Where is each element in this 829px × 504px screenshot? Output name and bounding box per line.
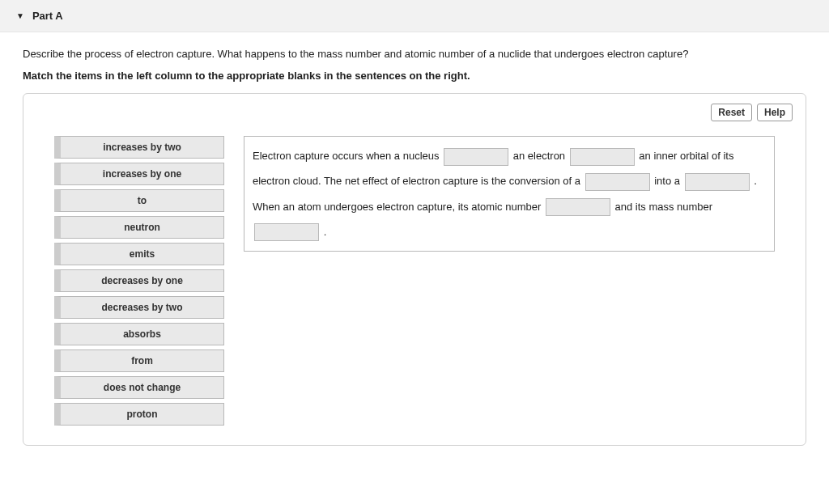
help-button[interactable]: Help xyxy=(757,104,793,121)
sentence-text: an electron xyxy=(513,150,568,162)
part-header[interactable]: ▼ Part A xyxy=(0,0,829,32)
drag-item[interactable]: to xyxy=(54,189,224,212)
drop-slot[interactable] xyxy=(444,148,508,166)
drop-slot[interactable] xyxy=(570,148,635,166)
reset-button[interactable]: Reset xyxy=(711,104,752,121)
collapse-icon: ▼ xyxy=(16,11,24,20)
sentence-text: and its mass number xyxy=(614,201,712,213)
drag-item[interactable]: neutron xyxy=(54,216,224,239)
drag-item[interactable]: from xyxy=(54,349,224,372)
sentence-text: . xyxy=(324,226,327,238)
drop-slot[interactable] xyxy=(254,223,319,241)
drag-item[interactable]: increases by two xyxy=(54,136,224,159)
drag-item[interactable]: does not change xyxy=(54,376,224,399)
instruction-text: Match the items in the left column to th… xyxy=(23,70,806,82)
drag-item[interactable]: decreases by one xyxy=(54,269,224,292)
sentence-text: Electron capture occurs when a nucleus xyxy=(253,150,442,162)
drag-item[interactable]: increases by one xyxy=(54,163,224,185)
toolbar: Reset Help xyxy=(36,104,793,121)
drop-slot[interactable] xyxy=(585,173,650,191)
drag-item[interactable]: emits xyxy=(54,243,224,265)
content-area: Describe the process of electron capture… xyxy=(0,32,829,460)
drag-source-column: increases by two increases by one to neu… xyxy=(54,136,224,426)
sentence-panel: Electron capture occurs when a nucleus a… xyxy=(244,136,775,252)
drag-item[interactable]: proton xyxy=(54,403,224,426)
drag-item[interactable]: absorbs xyxy=(54,323,224,345)
part-title: Part A xyxy=(32,10,63,22)
answer-box: Reset Help increases by two increases by… xyxy=(23,93,806,446)
drop-slot[interactable] xyxy=(685,173,750,191)
sentence-text: into a xyxy=(654,175,682,187)
drag-item[interactable]: decreases by two xyxy=(54,296,224,319)
drop-slot[interactable] xyxy=(546,198,610,216)
work-area: increases by two increases by one to neu… xyxy=(36,136,793,426)
question-prompt: Describe the process of electron capture… xyxy=(23,47,806,61)
